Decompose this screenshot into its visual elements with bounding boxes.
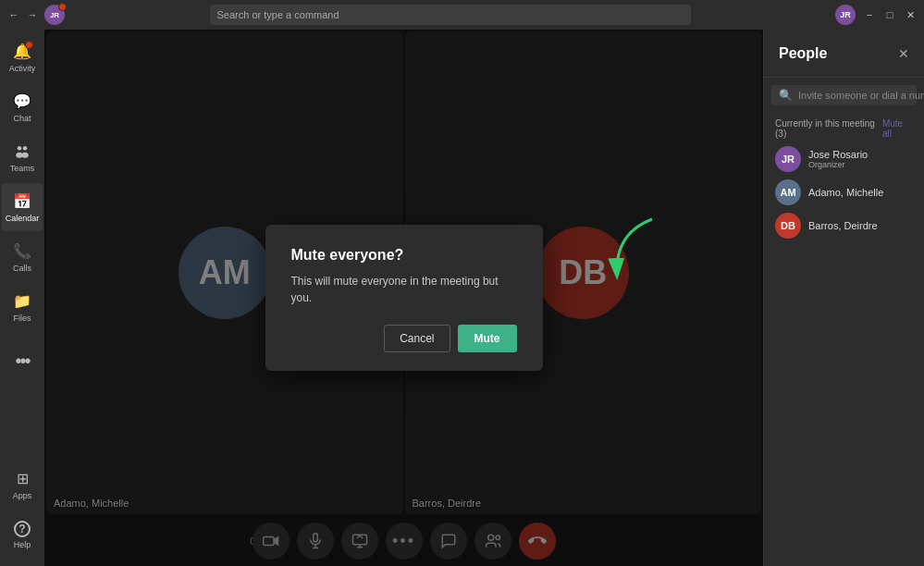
- search-area: Search or type a command: [65, 5, 835, 25]
- search-bar[interactable]: Search or type a command: [210, 5, 691, 25]
- top-bar-left: ← → JR: [7, 5, 65, 25]
- minimize-button[interactable]: −: [863, 8, 876, 21]
- activity-label: Activity: [9, 64, 36, 73]
- svg-point-3: [21, 152, 29, 157]
- svg-point-0: [18, 146, 22, 151]
- section-title: Currently in this meeting (3): [775, 118, 882, 139]
- video-area: AM Adamo, Michelle DB Barros, Deirdre 07…: [44, 30, 763, 566]
- participant-item-michelle[interactable]: AM Adamo, Michelle: [764, 176, 924, 209]
- teams-icon: [13, 142, 31, 161]
- panel-close-button[interactable]: ✕: [898, 46, 909, 61]
- close-button[interactable]: ✕: [904, 8, 917, 21]
- window-controls: JR − □ ✕: [835, 5, 917, 25]
- participant-role-jose: Organizer: [808, 160, 868, 169]
- calls-icon: 📞: [13, 242, 31, 261]
- calendar-label: Calendar: [6, 214, 40, 223]
- nav-bottom: ⊞ Apps ? Help: [2, 461, 43, 566]
- files-label: Files: [13, 314, 31, 323]
- mute-button[interactable]: Mute: [458, 325, 517, 352]
- apps-icon: ⊞: [13, 470, 31, 488]
- svg-point-1: [23, 146, 28, 151]
- cancel-button[interactable]: Cancel: [384, 325, 450, 352]
- back-button[interactable]: ←: [7, 8, 20, 21]
- sidebar-item-help[interactable]: ? Help: [2, 511, 43, 559]
- sidebar-item-chat[interactable]: 💬 Chat: [2, 83, 43, 131]
- panel-search-area: 🔍 ↗: [771, 85, 917, 105]
- participant-name-deirdre: Barros, Deirdre: [808, 220, 878, 231]
- forward-button[interactable]: →: [26, 8, 39, 21]
- search-placeholder-text: Search or type a command: [217, 9, 339, 20]
- participant-name-jose: Jose Rosario: [808, 149, 868, 160]
- activity-icon: 🔔: [13, 43, 31, 61]
- modal-actions: Cancel Mute: [291, 325, 517, 352]
- main-area: 🔔 Activity 💬 Chat Teams 📅 Calendar 📞: [0, 30, 924, 566]
- panel-header: People ✕: [764, 30, 924, 78]
- modal-overlay: Mute everyone? This will mute everyone i…: [44, 30, 763, 566]
- user-avatar: JR: [44, 5, 65, 25]
- sidebar-item-apps[interactable]: ⊞ Apps: [2, 461, 43, 509]
- current-user-avatar: JR: [835, 5, 856, 25]
- modal-title: Mute everyone?: [291, 247, 517, 264]
- participant-info-deirdre: Barros, Deirdre: [808, 220, 878, 231]
- panel-search-icon: 🔍: [779, 89, 793, 102]
- participant-name-michelle: Adamo, Michelle: [808, 187, 883, 198]
- nav-sidebar: 🔔 Activity 💬 Chat Teams 📅 Calendar 📞: [0, 30, 44, 566]
- panel-title: People: [779, 45, 827, 62]
- calendar-icon: 📅: [13, 192, 31, 211]
- teams-label: Teams: [10, 164, 35, 173]
- sidebar-item-more[interactable]: •••: [2, 337, 43, 385]
- apps-label: Apps: [13, 491, 32, 500]
- panel-section-header: Currently in this meeting (3) Mute all: [764, 113, 924, 142]
- participant-item-deirdre[interactable]: DB Barros, Deirdre: [764, 209, 924, 242]
- participant-avatar-michelle: AM: [775, 179, 801, 205]
- participant-info-jose: Jose Rosario Organizer: [808, 149, 868, 169]
- participants-list: JR Jose Rosario Organizer AM Adamo, Mich…: [764, 142, 924, 242]
- more-icon: •••: [13, 351, 31, 370]
- invite-search-input[interactable]: [798, 90, 924, 101]
- maximize-button[interactable]: □: [883, 8, 896, 21]
- calls-label: Calls: [13, 264, 31, 273]
- sidebar-item-teams[interactable]: Teams: [2, 133, 43, 181]
- participant-avatar-deirdre: DB: [775, 213, 801, 239]
- participant-item-jose[interactable]: JR Jose Rosario Organizer: [764, 142, 924, 176]
- files-icon: 📁: [13, 292, 31, 311]
- mute-all-button[interactable]: Mute all: [882, 118, 913, 139]
- sidebar-item-activity[interactable]: 🔔 Activity: [2, 33, 43, 81]
- top-bar: ← → JR Search or type a command JR − □ ✕: [0, 0, 924, 30]
- sidebar-item-calls[interactable]: 📞 Calls: [2, 233, 43, 281]
- sidebar-item-files[interactable]: 📁 Files: [2, 283, 43, 331]
- mute-everyone-dialog: Mute everyone? This will mute everyone i…: [265, 225, 543, 371]
- help-label: Help: [14, 540, 31, 549]
- help-icon: ?: [14, 521, 31, 537]
- modal-body: This will mute everyone in the meeting b…: [291, 273, 517, 306]
- people-panel: People ✕ 🔍 ↗ Currently in this meeting (…: [763, 30, 924, 566]
- chat-label: Chat: [13, 114, 31, 123]
- sidebar-item-calendar[interactable]: 📅 Calendar: [2, 183, 43, 231]
- participant-avatar-jose: JR: [775, 146, 801, 172]
- participant-info-michelle: Adamo, Michelle: [808, 187, 883, 198]
- chat-icon: 💬: [13, 92, 31, 111]
